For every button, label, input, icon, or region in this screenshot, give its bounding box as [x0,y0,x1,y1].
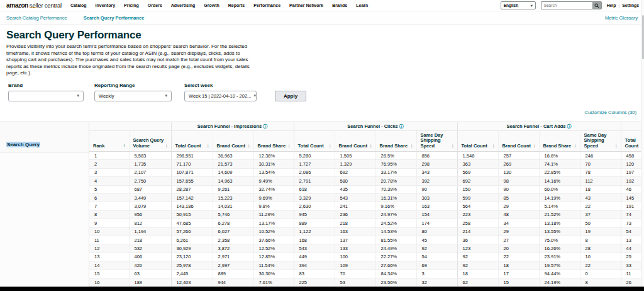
sort-desc-icon[interactable]: ↓ [411,144,413,149]
cell-clk-brand-share: 24.97% [375,210,416,219]
cell-clk-same-day-shipping: 3 [416,270,457,278]
sort-desc-icon[interactable]: ↓ [574,144,577,149]
cell-imp-brand-share: 32.74% [253,185,294,193]
table-row: 1 5,583 298,551 36,963 12.38% 5,280 1,50… [89,152,644,160]
col-header-ca-brand-share[interactable]: Brand Share↓ [539,131,580,152]
col-header-clk-total-count[interactable]: Total Count↓ [294,131,335,152]
info-icon[interactable]: ⓘ [399,124,404,128]
scrollbar-thumb[interactable] [642,15,644,59]
metric-glossary-link[interactable]: Metric Glossary [605,15,638,21]
nav-menu-item[interactable]: Growth [204,3,219,8]
col-header-clk-same-day-shipping[interactable]: Same Day Shipping Speed↓ [416,131,457,152]
search-input[interactable] [541,1,592,9]
chevron-down-icon: ▾ [253,93,256,98]
table-row: 7 3,079 143,186 14,031 9.8% 2,630 241 9.… [89,202,644,210]
sort-desc-icon[interactable]: ↓ [370,144,372,149]
nav-menu-item[interactable]: Inventory [96,3,116,8]
cell-search-query-volume: 956 [129,210,171,219]
brand-dropdown[interactable]: ▾ [8,91,84,101]
cell-search-query-volume: 189 [129,278,171,286]
nav-menu-item[interactable]: Catalog [70,3,87,8]
cell-ca-same-day-shipping: 37 [580,210,621,219]
nav-menu-item[interactable]: Pricing [124,3,139,8]
cell-clk-total-count: 1,727 [294,160,335,168]
nav-menu-item[interactable]: Advertising [171,3,196,8]
tab-search-catalog-performance[interactable]: Search Catalog Performance [6,15,67,21]
col-header-ca-total-count[interactable]: Total Count↓ [457,131,498,152]
cell-ca-same-day-shipping: 8 [580,278,621,286]
cell-ca-brand-count: 15 [498,278,539,286]
cell-clk-same-day-shipping: 343 [416,168,457,176]
cell-ca-brand-share: 14.19% [539,193,580,202]
language-selector[interactable]: English ▾ [501,1,536,9]
col-header-ca-same-day-shipping[interactable]: Same Day Shipping Speed↓ [580,131,621,152]
cell-ca-brand-share: 21.52% [539,210,580,219]
sort-desc-icon[interactable]: ↓ [329,144,331,149]
cell-clk-brand-share: 33.17% [375,168,416,176]
col-header-clk-brand-count[interactable]: Brand Count↓ [335,131,375,152]
nav-menu-item[interactable]: Brands [332,3,347,8]
amazon-seller-central-logo[interactable]: amazon seller central [6,2,62,9]
sort-desc-icon[interactable]: ↓ [207,144,209,149]
sort-desc-icon[interactable]: ↓ [288,144,291,149]
cell-imp-brand-count: 6,027 [213,227,253,236]
reporting-range-dropdown[interactable]: Weekly ▾ [94,91,172,101]
sort-desc-icon[interactable]: ↓ [452,144,454,149]
cell-clk-brand-share: 23.56% [375,278,416,286]
info-icon[interactable]: ⓘ [263,124,267,128]
cell-search-query-volume: 3,449 [129,193,171,202]
cell-rank: 10 [89,227,129,236]
nav-menu-item[interactable]: Learn [356,3,368,8]
table-row: 11 218 6,261 2,358 37.66% 168 137 81.55%… [89,236,644,244]
col-header-imp-brand-share[interactable]: Brand Share↓ [253,131,294,152]
select-week-dropdown[interactable]: Week 15 | 2022-04-10 - 202... ▾ [184,91,257,101]
sort-desc-icon[interactable]: ↓ [615,144,618,149]
cell-imp-total-count: 50,915 [171,210,213,219]
col-header-rank[interactable]: Rank↑ [89,131,129,152]
cell-imp-brand-count: 14,031 [213,202,253,210]
table-row: 14 420 25,978 2,997 11.54% 394 109 27.66… [89,261,644,270]
nav-menu-item[interactable]: Reports [228,3,245,8]
tab-search-query-performance[interactable]: Search Query Performance [84,15,145,21]
cell-ca-brand-share: 75.0% [539,236,580,244]
col-header-search-query[interactable]: Search Query [6,142,40,147]
cell-rank: 7 [89,202,129,210]
help-link[interactable]: Help [607,3,616,8]
brand-filter: Brand ▾ [8,83,94,101]
help-settings: Help | Settings [607,3,639,8]
cell-imp-brand-count: 14,609 [213,168,253,176]
cell-clk-same-day-shipping: 154 [416,210,457,219]
sort-asc-icon[interactable]: ↑ [123,144,126,149]
cell-imp-brand-count: 2,971 [213,253,253,261]
cell-imp-brand-count: 889 [213,270,253,278]
settings-link[interactable]: Settings [622,3,639,8]
sort-desc-icon[interactable]: ↓ [492,144,495,149]
nav-menu-item[interactable]: Partner Network [289,3,323,8]
nav-menu-item[interactable]: Performance [253,3,280,8]
search-query-table: Search Query Search Funnel - Impressions… [0,122,644,287]
cell-imp-brand-share: 12.85% [253,253,294,261]
cell-clk-same-day-shipping: 54 [416,253,457,261]
sort-desc-icon[interactable]: ↓ [533,144,536,149]
info-icon[interactable]: ⓘ [567,124,572,128]
vertical-scrollbar[interactable] [641,0,644,287]
sort-desc-icon[interactable]: ↓ [248,144,250,149]
col-header-search-query-volume[interactable]: Search Query Volume↓ [129,131,171,152]
customize-columns-row: Customize Columns (30) [6,110,638,115]
cell-imp-brand-count: 5,746 [213,210,253,219]
cell-ca-brand-share: 14.16% [539,177,580,185]
customize-columns-link[interactable]: Customize Columns (30) [584,110,636,115]
apply-button[interactable]: Apply [275,91,306,101]
cell-ca-brand-count: 29 [498,227,539,236]
cell-search-query-volume: 812 [129,219,171,227]
cell-imp-brand-share: 7.61% [253,278,294,286]
col-header-imp-total-count[interactable]: Total Count↓ [171,131,213,152]
col-header-imp-brand-count[interactable]: Brand Count↓ [213,131,253,152]
search-button[interactable] [592,1,602,9]
group-header-clicks: Search Funnel - Clicks ⓘ [294,122,457,131]
sort-desc-icon[interactable]: ↓ [165,144,168,149]
col-header-clk-brand-share[interactable]: Brand Share↓ [375,131,416,152]
col-header-ca-brand-count[interactable]: Brand Count↓ [498,131,539,152]
cell-ca-same-day-shipping: 0 [580,270,621,278]
nav-menu-item[interactable]: Orders [148,3,162,8]
